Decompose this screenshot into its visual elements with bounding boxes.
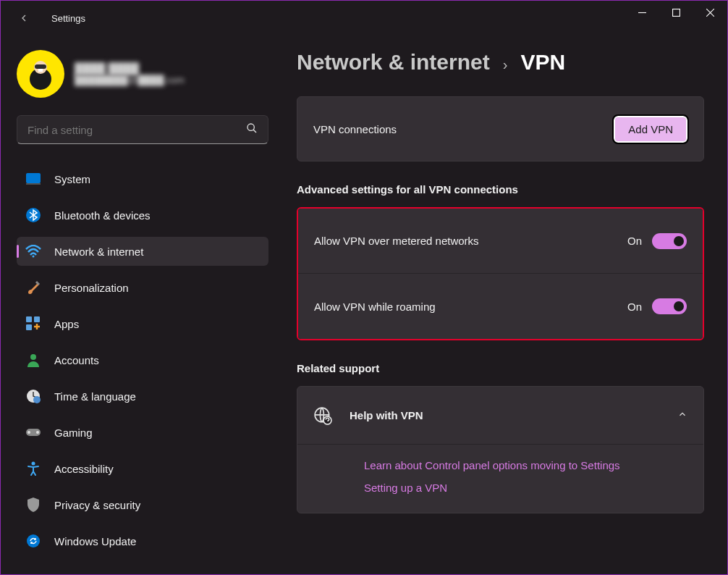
help-with-vpn-header[interactable]: Help with VPN: [297, 387, 703, 445]
svg-point-16: [33, 396, 41, 403]
vpn-connections-row: VPN connections Add VPN: [297, 97, 703, 161]
support-link-control-panel[interactable]: Learn about Control panel options moving…: [364, 459, 687, 471]
allow-vpn-metered-label: Allow VPN over metered networks: [314, 235, 627, 247]
svg-rect-0: [673, 9, 680, 16]
advanced-settings-highlight: Allow VPN over metered networks On Allow…: [297, 207, 704, 340]
sidebar-item-gaming[interactable]: Gaming: [17, 418, 268, 447]
chevron-right-icon: ›: [503, 56, 508, 73]
sidebar-item-accessibility[interactable]: Accessibility: [17, 454, 268, 483]
main-content: Network & internet › VPN VPN connections…: [287, 35, 727, 574]
allow-vpn-roaming-toggle[interactable]: [652, 298, 687, 314]
allow-vpn-roaming-row: Allow VPN while roaming On: [298, 274, 703, 339]
search-input[interactable]: [27, 124, 246, 136]
window-controls: [625, 1, 727, 24]
sidebar-item-label: Privacy & security: [54, 499, 140, 511]
maximize-button[interactable]: [659, 1, 693, 24]
shield-icon: [25, 497, 41, 513]
breadcrumb-current: VPN: [520, 50, 565, 75]
chevron-up-icon: [677, 409, 687, 422]
allow-vpn-roaming-label: Allow VPN while roaming: [314, 301, 627, 313]
sidebar-item-label: Gaming: [54, 427, 93, 439]
bluetooth-icon: [25, 207, 41, 223]
svg-rect-7: [26, 173, 41, 183]
close-button[interactable]: [693, 1, 727, 24]
svg-point-21: [27, 534, 40, 547]
add-vpn-button[interactable]: Add VPN: [614, 116, 687, 143]
svg-rect-4: [35, 64, 46, 69]
vpn-connections-label: VPN connections: [313, 123, 614, 135]
profile-name: ████ ████: [75, 62, 185, 75]
sidebar: ████ ████ ████████@████.com System Bluet…: [1, 35, 287, 574]
sidebar-item-label: Apps: [54, 318, 79, 330]
sidebar-item-label: Network & internet: [54, 245, 143, 258]
gamepad-icon: [25, 424, 41, 440]
advanced-heading: Advanced settings for all VPN connection…: [297, 183, 704, 196]
wifi-icon: [25, 243, 41, 259]
allow-vpn-metered-toggle[interactable]: [652, 233, 687, 249]
support-links: Learn about Control panel options moving…: [297, 445, 703, 513]
breadcrumb-parent[interactable]: Network & internet: [297, 50, 490, 75]
related-support-heading: Related support: [297, 362, 704, 374]
toggle-state-text: On: [627, 235, 642, 247]
sidebar-item-time[interactable]: Time & language: [17, 382, 268, 411]
search-icon: [246, 122, 258, 137]
breadcrumb: Network & internet › VPN: [297, 50, 704, 75]
profile-email: ████████@████.com: [75, 75, 185, 85]
svg-point-18: [27, 431, 30, 434]
svg-rect-12: [34, 316, 40, 322]
svg-rect-5: [38, 69, 43, 72]
titlebar: Settings: [1, 1, 727, 35]
sidebar-item-update[interactable]: Windows Update: [17, 526, 268, 555]
sidebar-item-label: Accessibility: [54, 463, 114, 475]
vpn-connections-card: VPN connections Add VPN: [297, 96, 704, 161]
allow-vpn-metered-row: Allow VPN over metered networks On: [298, 209, 703, 274]
sidebar-item-label: Bluetooth & devices: [54, 209, 151, 222]
help-with-vpn-card: Help with VPN Learn about Control panel …: [297, 386, 704, 513]
update-icon: [25, 533, 41, 549]
sidebar-item-privacy[interactable]: Privacy & security: [17, 490, 268, 519]
svg-point-20: [32, 462, 35, 466]
support-link-setting-up-vpn[interactable]: Setting up a VPN: [364, 482, 687, 494]
sidebar-item-apps[interactable]: Apps: [17, 309, 268, 338]
sidebar-item-label: Personalization: [54, 282, 129, 294]
clock-globe-icon: [25, 388, 41, 404]
sidebar-item-personalization[interactable]: Personalization: [17, 273, 268, 302]
svg-rect-13: [26, 324, 32, 330]
minimize-button[interactable]: [625, 1, 659, 24]
svg-point-6: [247, 124, 254, 130]
profile-text: ████ ████ ████████@████.com: [75, 62, 185, 85]
paintbrush-icon: [25, 280, 41, 295]
nav-list: System Bluetooth & devices Network & int…: [17, 164, 275, 555]
toggle-state-text: On: [627, 301, 642, 313]
avatar: [17, 50, 64, 98]
sidebar-item-label: Accounts: [54, 354, 99, 366]
accessibility-icon: [25, 461, 41, 477]
person-icon: [25, 352, 41, 368]
sidebar-item-label: Time & language: [54, 390, 136, 403]
sidebar-item-accounts[interactable]: Accounts: [17, 345, 268, 374]
window-title: Settings: [51, 13, 85, 24]
profile-block[interactable]: ████ ████ ████████@████.com: [17, 50, 275, 98]
svg-point-10: [33, 256, 35, 258]
display-icon: [25, 171, 41, 187]
sidebar-item-bluetooth[interactable]: Bluetooth & devices: [17, 201, 268, 230]
svg-rect-8: [26, 183, 41, 185]
svg-rect-11: [26, 316, 32, 322]
sidebar-item-label: System: [54, 173, 90, 185]
help-with-vpn-title: Help with VPN: [350, 409, 660, 421]
globe-help-icon: [313, 406, 332, 425]
svg-point-19: [36, 431, 39, 434]
back-button[interactable]: [17, 11, 31, 25]
apps-icon: [25, 316, 41, 332]
sidebar-item-network[interactable]: Network & internet: [17, 237, 268, 266]
search-box[interactable]: [17, 115, 268, 144]
sidebar-item-system[interactable]: System: [17, 164, 268, 193]
sidebar-item-label: Windows Update: [54, 535, 136, 547]
svg-point-14: [30, 354, 36, 360]
